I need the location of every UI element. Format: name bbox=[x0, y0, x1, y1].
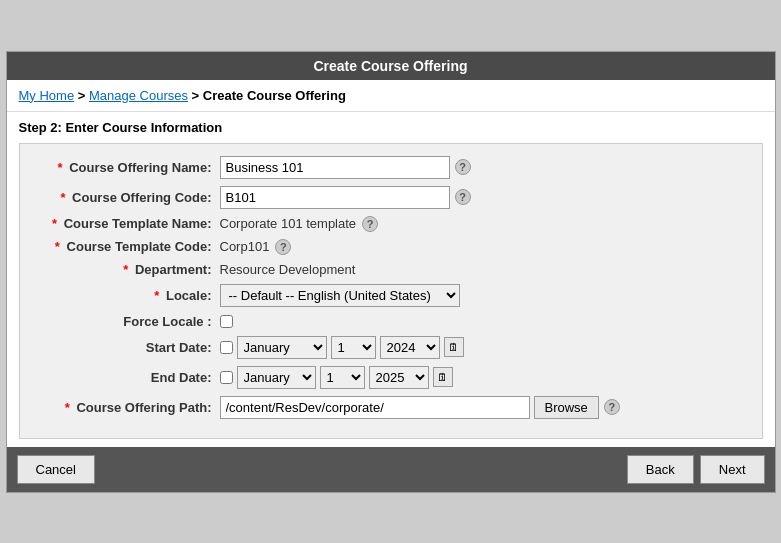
offering-code-row: * Course Offering Code: ? bbox=[20, 186, 762, 209]
footer: Cancel Back Next bbox=[7, 447, 775, 492]
force-locale-row: Force Locale : bbox=[20, 314, 762, 329]
start-year-select[interactable]: 202420252023 bbox=[380, 336, 440, 359]
department-value: Resource Development bbox=[220, 262, 356, 277]
template-code-label: * Course Template Code: bbox=[30, 239, 220, 254]
required-star-3: * bbox=[52, 216, 57, 231]
path-label: * Course Offering Path: bbox=[30, 400, 220, 415]
start-date-calendar-icon[interactable]: 🗓 bbox=[444, 337, 464, 357]
template-name-help-icon[interactable]: ? bbox=[362, 216, 378, 232]
required-star: * bbox=[58, 160, 63, 175]
create-course-dialog: Create Course Offering My Home > Manage … bbox=[6, 51, 776, 493]
browse-button[interactable]: Browse bbox=[534, 396, 599, 419]
template-name-label: * Course Template Name: bbox=[30, 216, 220, 231]
cancel-button[interactable]: Cancel bbox=[17, 455, 95, 484]
start-month-select[interactable]: JanuaryFebruary MarchApril MayJune JulyA… bbox=[237, 336, 327, 359]
breadcrumb-courses-link[interactable]: Manage Courses bbox=[89, 88, 188, 103]
path-row: * Course Offering Path: Browse ? bbox=[20, 396, 762, 419]
path-help-icon[interactable]: ? bbox=[604, 399, 620, 415]
offering-code-input[interactable] bbox=[220, 186, 450, 209]
end-date-group: JanuaryFebruary MarchApril 12 2025202620… bbox=[220, 366, 453, 389]
locale-label: * Locale: bbox=[30, 288, 220, 303]
offering-name-help-icon[interactable]: ? bbox=[455, 159, 471, 175]
template-name-row: * Course Template Name: Corporate 101 te… bbox=[20, 216, 762, 232]
breadcrumb-home-link[interactable]: My Home bbox=[19, 88, 75, 103]
start-date-group: JanuaryFebruary MarchApril MayJune JulyA… bbox=[220, 336, 464, 359]
start-date-row: Start Date: JanuaryFebruary MarchApril M… bbox=[20, 336, 762, 359]
path-input[interactable] bbox=[220, 396, 530, 419]
end-date-calendar-icon[interactable]: 🗓 bbox=[433, 367, 453, 387]
locale-select[interactable]: -- Default -- English (United States) En… bbox=[220, 284, 460, 307]
template-code-value: Corp101 bbox=[220, 239, 270, 254]
start-day-select[interactable]: 12 34 bbox=[331, 336, 376, 359]
offering-name-input[interactable] bbox=[220, 156, 450, 179]
required-star-2: * bbox=[60, 190, 65, 205]
end-year-select[interactable]: 202520262024 bbox=[369, 366, 429, 389]
locale-row: * Locale: -- Default -- English (United … bbox=[20, 284, 762, 307]
breadcrumb: My Home > Manage Courses > Create Course… bbox=[7, 80, 775, 112]
force-locale-checkbox[interactable] bbox=[220, 315, 233, 328]
required-star-5: * bbox=[123, 262, 128, 277]
end-date-label: End Date: bbox=[30, 370, 220, 385]
offering-name-label: * Course Offering Name: bbox=[30, 160, 220, 175]
next-button[interactable]: Next bbox=[700, 455, 765, 484]
start-date-label: Start Date: bbox=[30, 340, 220, 355]
offering-code-help-icon[interactable]: ? bbox=[455, 189, 471, 205]
force-locale-label: Force Locale : bbox=[30, 314, 220, 329]
breadcrumb-current: Create Course Offering bbox=[203, 88, 346, 103]
start-date-checkbox[interactable] bbox=[220, 341, 233, 354]
footer-right-buttons: Back Next bbox=[627, 455, 765, 484]
required-star-6: * bbox=[154, 288, 159, 303]
dialog-title: Create Course Offering bbox=[7, 52, 775, 80]
offering-name-row: * Course Offering Name: ? bbox=[20, 156, 762, 179]
department-label: * Department: bbox=[30, 262, 220, 277]
template-code-help-icon[interactable]: ? bbox=[275, 239, 291, 255]
end-day-select[interactable]: 12 bbox=[320, 366, 365, 389]
required-star-7: * bbox=[65, 400, 70, 415]
end-date-row: End Date: JanuaryFebruary MarchApril 12 … bbox=[20, 366, 762, 389]
offering-code-label: * Course Offering Code: bbox=[30, 190, 220, 205]
back-button[interactable]: Back bbox=[627, 455, 694, 484]
end-month-select[interactable]: JanuaryFebruary MarchApril bbox=[237, 366, 316, 389]
required-star-4: * bbox=[55, 239, 60, 254]
template-code-row: * Course Template Code: Corp101 ? bbox=[20, 239, 762, 255]
step-label: Step 2: Enter Course Information bbox=[7, 112, 775, 143]
form-area: * Course Offering Name: ? * Course Offer… bbox=[19, 143, 763, 439]
template-name-value: Corporate 101 template bbox=[220, 216, 357, 231]
department-row: * Department: Resource Development bbox=[20, 262, 762, 277]
end-date-checkbox[interactable] bbox=[220, 371, 233, 384]
